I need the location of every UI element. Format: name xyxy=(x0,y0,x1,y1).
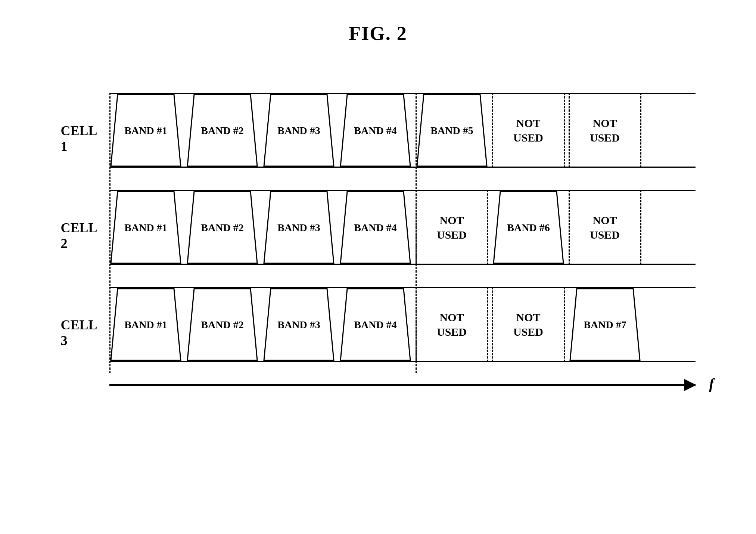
band-r0-c2: BAND #3 xyxy=(262,93,335,168)
figure-title: FIG. 2 xyxy=(349,22,407,44)
svg-text:BAND #3: BAND #3 xyxy=(277,222,320,233)
band-r0-c1: BAND #2 xyxy=(186,93,259,168)
svg-text:BAND #7: BAND #7 xyxy=(584,319,626,330)
band-r1-c5: BAND #6 xyxy=(492,190,565,265)
band-r0-c3: BAND #4 xyxy=(339,93,412,168)
svg-text:BAND #4: BAND #4 xyxy=(354,125,396,136)
page: FIG. 2 CELL 1CELL 2CELL 3BAND #1BAND #2B… xyxy=(0,0,756,534)
band-r1-c3: BAND #4 xyxy=(339,190,412,265)
row-label-cell2: CELL 2 xyxy=(61,220,102,251)
not-used-band-r2-c4: NOTUSED xyxy=(416,287,488,362)
svg-text:BAND #1: BAND #1 xyxy=(124,222,167,233)
band-r2-c3: BAND #4 xyxy=(339,287,412,362)
diagram: CELL 1CELL 2CELL 3BAND #1BAND #2BAND #3B… xyxy=(61,74,696,429)
freq-axis xyxy=(109,384,696,386)
band-r2-c2: BAND #3 xyxy=(262,287,335,362)
svg-text:BAND #3: BAND #3 xyxy=(277,319,320,330)
row-label-cell3: CELL 3 xyxy=(61,317,102,348)
not-used-band-r0-c5: NOTUSED xyxy=(492,93,565,168)
svg-text:BAND #1: BAND #1 xyxy=(124,125,167,136)
svg-text:BAND #4: BAND #4 xyxy=(354,222,396,233)
band-r1-c1: BAND #2 xyxy=(186,190,259,265)
freq-label: f xyxy=(709,375,714,392)
band-r0-c4: BAND #5 xyxy=(416,93,488,168)
band-r1-c2: BAND #3 xyxy=(262,190,335,265)
band-r2-c6: BAND #7 xyxy=(569,287,641,362)
svg-text:BAND #3: BAND #3 xyxy=(277,125,320,136)
svg-text:BAND #5: BAND #5 xyxy=(430,125,473,136)
svg-text:BAND #2: BAND #2 xyxy=(201,125,243,136)
not-used-band-r2-c5: NOTUSED xyxy=(492,287,565,362)
band-r0-c0: BAND #1 xyxy=(109,93,182,168)
svg-text:BAND #2: BAND #2 xyxy=(201,222,243,233)
band-r2-c1: BAND #2 xyxy=(186,287,259,362)
band-r1-c0: BAND #1 xyxy=(109,190,182,265)
freq-arrow xyxy=(684,379,696,391)
svg-text:BAND #1: BAND #1 xyxy=(124,319,167,330)
svg-text:BAND #6: BAND #6 xyxy=(507,222,550,233)
svg-text:BAND #4: BAND #4 xyxy=(354,319,396,330)
svg-text:BAND #2: BAND #2 xyxy=(201,319,243,330)
not-used-band-r0-c6: NOTUSED xyxy=(569,93,641,168)
not-used-band-r1-c4: NOTUSED xyxy=(416,190,488,265)
row-label-cell1: CELL 1 xyxy=(61,123,102,154)
not-used-band-r1-c6: NOTUSED xyxy=(569,190,641,265)
band-r2-c0: BAND #1 xyxy=(109,287,182,362)
